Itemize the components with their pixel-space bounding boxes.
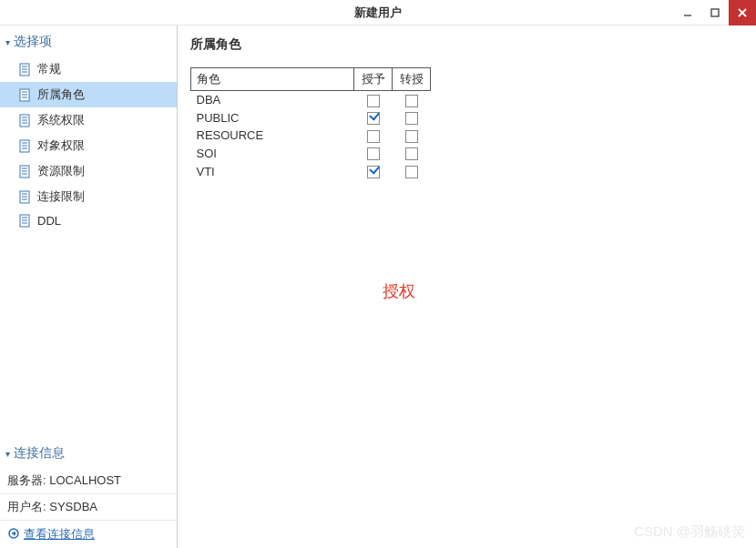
close-button[interactable]: [729, 0, 756, 25]
window-title: 新建用户: [354, 5, 402, 21]
sidebar-item-label: 资源限制: [37, 163, 85, 179]
document-icon: [18, 190, 32, 204]
role-name: DBA: [191, 91, 354, 109]
sidebar-item-label: 连接限制: [37, 188, 85, 205]
server-row: 服务器: LOCALHOST: [0, 468, 177, 494]
col-transfer: 转授: [393, 68, 431, 91]
sidebar-item[interactable]: 所属角色: [0, 82, 177, 107]
annotation-text: 授权: [383, 280, 415, 302]
server-value: LOCALHOST: [49, 473, 121, 487]
chevron-down-icon: ▾: [5, 37, 10, 47]
nav-list: 常规所属角色系统权限对象权限资源限制连接限制DDL: [0, 56, 177, 232]
section-header-options[interactable]: ▾ 选择项: [0, 25, 177, 56]
transfer-checkbox[interactable]: [405, 130, 418, 143]
connection-info: 服务器: LOCALHOST 用户名: SYSDBA 查看连接信息: [0, 468, 177, 548]
transfer-checkbox[interactable]: [405, 95, 418, 107]
section-title: 选择项: [14, 34, 52, 50]
sidebar-item-label: 系统权限: [37, 112, 85, 128]
document-icon: [18, 214, 32, 228]
document-icon: [18, 63, 32, 76]
maximize-button[interactable]: [701, 0, 729, 25]
role-name: PUBLIC: [191, 109, 354, 127]
sidebar-item[interactable]: 常规: [0, 56, 177, 82]
view-connection-link[interactable]: 查看连接信息: [0, 521, 177, 548]
svg-rect-1: [711, 9, 719, 16]
transfer-checkbox[interactable]: [405, 112, 418, 125]
user-value: SYSDBA: [49, 500, 97, 513]
sidebar-item-label: 对象权限: [37, 137, 85, 154]
titlebar: 新建用户: [0, 0, 756, 25]
table-row: DBA: [191, 91, 431, 109]
server-label: 服务器:: [7, 473, 46, 487]
transfer-checkbox[interactable]: [405, 166, 418, 178]
document-icon: [18, 88, 32, 102]
user-label: 用户名:: [7, 500, 46, 513]
role-name: VTI: [191, 162, 354, 180]
sidebar-item-label: 所属角色: [37, 86, 85, 103]
grant-checkbox[interactable]: [367, 112, 380, 125]
chevron-down-icon: ▾: [5, 449, 10, 459]
user-row: 用户名: SYSDBA: [0, 494, 177, 521]
col-role: 角色: [191, 68, 354, 91]
sidebar-item[interactable]: 资源限制: [0, 158, 177, 184]
grant-checkbox[interactable]: [367, 147, 380, 160]
content-heading: 所属角色: [190, 36, 743, 53]
sidebar-item[interactable]: 系统权限: [0, 107, 177, 133]
minimize-button[interactable]: [674, 0, 701, 25]
table-row: RESOURCE: [191, 127, 431, 145]
table-row: VTI: [191, 162, 431, 180]
document-icon: [18, 114, 32, 127]
role-name: SOI: [191, 145, 354, 163]
table-row: PUBLIC: [191, 109, 431, 127]
document-icon: [18, 139, 32, 153]
sidebar-item-label: DDL: [37, 214, 61, 228]
document-icon: [18, 165, 32, 178]
sidebar-item[interactable]: 连接限制: [0, 184, 177, 209]
content-area: 所属角色 角色 授予 转授 DBAPUBLICRESOURCESOIVTI 授权: [178, 25, 756, 548]
link-icon: [7, 527, 20, 543]
view-connection-label: 查看连接信息: [24, 526, 95, 543]
table-row: SOI: [191, 145, 431, 163]
window-controls: [674, 0, 756, 25]
role-name: RESOURCE: [191, 127, 354, 145]
section-header-connection[interactable]: ▾ 连接信息: [0, 437, 177, 468]
sidebar: ▾ 选择项 常规所属角色系统权限对象权限资源限制连接限制DDL ▾ 连接信息 服…: [0, 25, 178, 548]
roles-table: 角色 授予 转授 DBAPUBLICRESOURCESOIVTI: [190, 67, 431, 180]
transfer-checkbox[interactable]: [405, 147, 418, 160]
grant-checkbox[interactable]: [367, 130, 380, 143]
sidebar-item[interactable]: DDL: [0, 209, 177, 232]
grant-checkbox[interactable]: [367, 95, 380, 107]
grant-checkbox[interactable]: [367, 166, 380, 178]
section-title: 连接信息: [14, 445, 65, 462]
col-grant: 授予: [354, 68, 393, 91]
sidebar-item[interactable]: 对象权限: [0, 133, 177, 158]
sidebar-item-label: 常规: [37, 61, 61, 77]
